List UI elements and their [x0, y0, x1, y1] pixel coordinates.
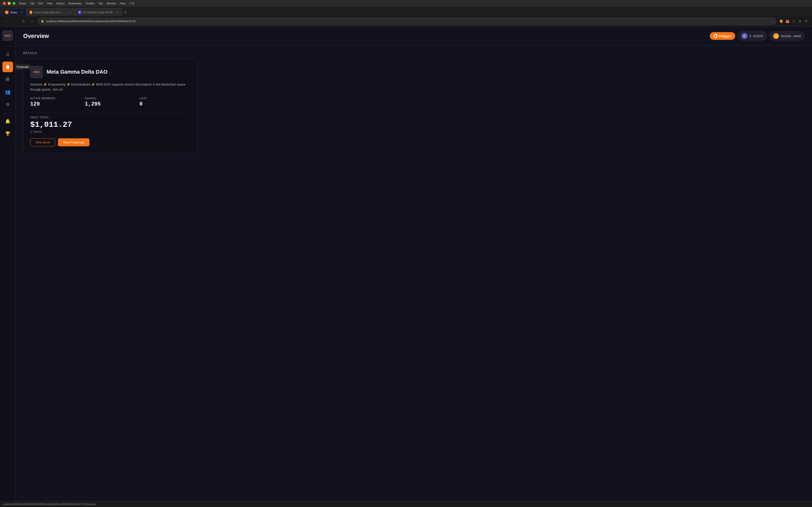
sidebar-item-menu[interactable]: ☰ [2, 49, 13, 60]
dao-logo: MGD [30, 66, 43, 78]
vault-value: $1,011.27 [30, 120, 190, 129]
sidebar-item-members[interactable]: 👥 [2, 87, 13, 97]
mac-close-dot[interactable] [3, 2, 6, 5]
menu-help[interactable]: Help [120, 2, 125, 5]
extension-icon-1[interactable]: ⬡ [791, 18, 797, 24]
stat-active-members-label: ACTIVE MEMBERS [30, 97, 81, 100]
koios-avatar: K [742, 33, 748, 39]
dao-description: Inclusive ⚡ Empowering ⚡ Decentralized ⚡… [30, 82, 190, 92]
tab-label-koios-public: Koios Public Data Dao - Koios Publ... [34, 11, 66, 14]
sidebar-item-alerts[interactable]: 🔔 [2, 116, 13, 126]
menu-tab[interactable]: Tab [98, 2, 103, 5]
url-bar-actions: ☆ [771, 20, 773, 22]
wallet-address-button[interactable]: W 0xcba0...944d [769, 32, 804, 41]
app-logo[interactable]: MGD [2, 31, 13, 41]
browser-tab-bar: K Koios ✕ K Koios Public Data Dao - Koio… [0, 7, 812, 16]
stat-loot: LOOT 0 [140, 97, 190, 107]
browser-address-bar: ← → ↻ ⌂ 🔒 localhost:3000/dao/0x89/0x93fa… [0, 16, 812, 26]
stat-loot-label: LOOT [140, 97, 190, 100]
nav-refresh-button[interactable]: ↻ [20, 18, 27, 24]
menu-profiles[interactable]: Profiles [86, 2, 95, 5]
wallet-avatar: W [773, 33, 779, 39]
page-title: Overview [23, 33, 710, 39]
sidebar-item-settings[interactable]: ⚙ [2, 99, 13, 110]
page-header: Overview Polygon K 0 KOIOS W 0xcba0...94… [15, 26, 812, 46]
menu-window[interactable]: Window [107, 2, 116, 5]
polygon-label: Polygon [719, 34, 731, 38]
menu-brave[interactable]: Brave [19, 2, 27, 5]
dao-card-header: MGD Meta Gamma Delta DAO [30, 66, 190, 78]
tab-close-koios[interactable]: ✕ [20, 11, 23, 14]
new-tab-button[interactable]: + [122, 9, 129, 16]
menu-view[interactable]: View [47, 2, 52, 5]
tab-label-koios: Koios [10, 11, 17, 14]
dao-card-actions: View Bank View Proposals [30, 138, 190, 146]
content-area: DETAILS MGD Meta Gamma Delta DAO Inclusi… [15, 46, 812, 501]
url-text: localhost:3000/dao/0x89/0x93fa3b9d57bcdd… [46, 20, 136, 23]
mac-os-bar: Brave File Edit View History Bookmarks P… [0, 0, 812, 7]
stat-shares-label: SHARES [85, 97, 136, 100]
menu-history[interactable]: History [56, 2, 64, 5]
menu-icon[interactable]: ≡ [803, 18, 809, 24]
alerts-icon: 🔔 [5, 119, 10, 124]
dao-name: Meta Gamma Delta DAO [47, 69, 108, 75]
browser-tab-ethglobal[interactable]: E ETHGlobal | Hack FEVM ✕ [75, 8, 122, 16]
stat-loot-value: 0 [140, 101, 190, 107]
koios-balance: 0 [749, 34, 751, 38]
tab-favicon-koios: K [5, 11, 8, 14]
tab-favicon-koios-public: K [30, 11, 32, 14]
stat-active-members: ACTIVE MEMBERS 129 [30, 97, 81, 107]
sidebar-item-bank[interactable]: 🏛 [2, 74, 13, 85]
tab-label-ethglobal: ETHGlobal | Hack FEVM [83, 11, 113, 14]
browser-extensions: 🦁 🦊 ⬡ ⊞ ≡ [778, 18, 809, 24]
nav-back-button[interactable]: ← [3, 18, 10, 24]
settings-icon: ⚙ [6, 102, 10, 107]
url-lock-icon: 🔒 [41, 19, 44, 23]
vault-section: VAULT TOTAL $1,011.27 2 Tokens [30, 112, 190, 133]
sidebar-item-trophy[interactable]: 🏆 [2, 128, 13, 139]
polygon-network-button[interactable]: Polygon [710, 32, 735, 40]
nav-forward-button[interactable]: → [12, 18, 18, 24]
view-proposals-button[interactable]: View Proposals [58, 138, 89, 146]
menu-edit[interactable]: Edit [38, 2, 43, 5]
menu-icon: ☰ [6, 52, 9, 57]
status-url: localhost:3000/dao/0x89/0x93fa3b9d57bcdd… [3, 503, 96, 506]
trophy-icon: 🏆 [5, 131, 10, 136]
browser-tab-koios[interactable]: K Koios ✕ [2, 8, 27, 16]
menu-file[interactable]: File [30, 2, 35, 5]
nav-home-button[interactable]: ⌂ [29, 18, 36, 24]
koios-balance-button[interactable]: K 0 KOIOS [738, 32, 767, 41]
members-icon: 👥 [5, 89, 10, 95]
sidebar-item-proposals[interactable]: 📋 Proposals [2, 62, 13, 72]
vault-tokens: 2 Tokens [30, 130, 190, 133]
app-container: MGD ☰ 📋 Proposals 🏛 👥 ⚙ 🔔 🏆 Overv [0, 26, 812, 501]
dao-overview-card: MGD Meta Gamma Delta DAO Inclusive ⚡ Emp… [23, 59, 197, 153]
koios-symbol: KOIOS [753, 34, 763, 38]
view-bank-button[interactable]: View Bank [30, 138, 55, 146]
header-actions: Polygon K 0 KOIOS W 0xcba0...944d [710, 32, 804, 41]
stat-active-members-value: 129 [30, 101, 81, 107]
stat-shares-value: 1,295 [85, 101, 136, 107]
extension-icon-2[interactable]: ⊞ [797, 18, 803, 24]
url-star-icon[interactable]: ☆ [771, 20, 773, 22]
bank-icon: 🏛 [6, 77, 10, 82]
stat-shares: SHARES 1,295 [85, 97, 136, 107]
details-section-label: DETAILS [23, 51, 804, 55]
mac-menu-bar: Brave File Edit View History Bookmarks P… [19, 2, 134, 5]
sidebar-divider-middle [3, 113, 12, 113]
wallet-address-text: 0xcba0...944d [781, 34, 801, 38]
brave-shield-icon[interactable]: 🦁 [778, 18, 784, 24]
browser-tab-koios-public[interactable]: K Koios Public Data Dao - Koios Publ... … [27, 8, 75, 16]
mac-fullscreen-dot[interactable] [12, 2, 15, 5]
proposals-icon: 📋 [5, 64, 10, 69]
mac-minimize-dot[interactable] [8, 2, 11, 5]
browser-status-bar: localhost:3000/dao/0x89/0x93fa3b9d57bcdd… [0, 501, 812, 507]
tab-close-koios-public[interactable]: ✕ [69, 11, 71, 14]
menu-bookmarks[interactable]: Bookmarks [68, 2, 82, 5]
tab-close-ethglobal[interactable]: ✕ [115, 11, 119, 14]
polygon-logo [714, 34, 717, 38]
metamask-icon[interactable]: 🦊 [784, 18, 790, 24]
dao-stats: ACTIVE MEMBERS 129 SHARES 1,295 LOOT 0 [30, 97, 190, 107]
url-input[interactable]: 🔒 localhost:3000/dao/0x89/0x93fa3b9d57bc… [38, 18, 776, 25]
tab-favicon-ethglobal: E [78, 11, 82, 14]
